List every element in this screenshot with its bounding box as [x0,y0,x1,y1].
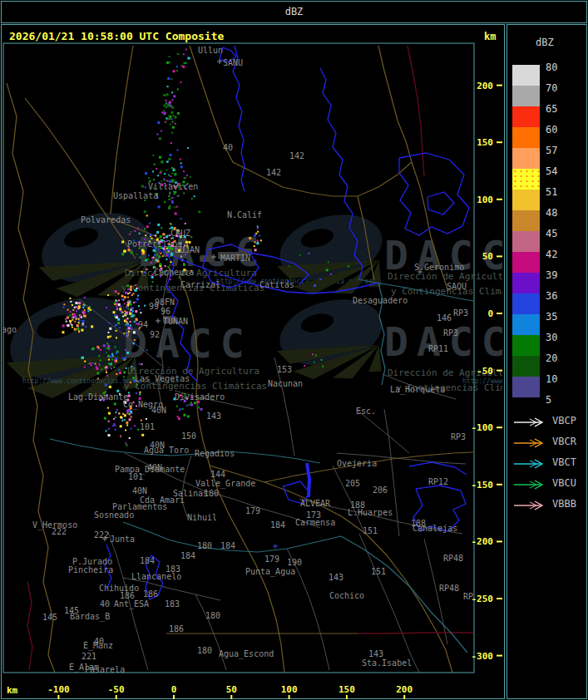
scale-swatch-80 [512,65,540,86]
scale-swatch-35 [512,314,540,335]
scale-label-57: 57 [546,145,557,155]
scale-label-20: 20 [546,353,557,363]
scale-swatch-70 [512,86,540,106]
scale-swatch-42 [512,252,540,273]
scale-label-42: 42 [546,249,557,259]
scale-swatch-65 [512,106,540,127]
vector-arrow-icon [512,500,547,511]
scale-label-48: 48 [546,208,557,218]
legend-title: dBZ [536,37,554,48]
scale-label-54: 54 [546,166,557,176]
y-axis-unit-label: km [484,31,496,42]
vector-row-VBCU: VBCU [512,478,547,490]
vector-label: VBBB [552,499,576,510]
vector-label: VBCT [552,457,576,468]
title-bar: dBZ [1,1,587,23]
vector-row-VBCT: VBCT [512,457,547,469]
vector-row-VBCP: VBCP [512,416,547,427]
scale-label-35: 35 [546,312,557,322]
scale-swatch-39 [512,273,540,293]
vector-arrow-icon [512,480,547,490]
vector-row-VBCR: VBCR [512,436,547,448]
scale-label-51: 51 [546,187,557,197]
radar-app-window: dBZ 2026/01/21 10:58:00 UTC Composite km… [0,0,588,700]
legend-panel: dBZ VBCPVBCRVBCTVBCUVBBB 807065605754514… [506,24,587,699]
vector-label: VBCU [552,478,576,489]
scale-swatch-57 [512,148,540,169]
scale-label-30: 30 [546,333,557,343]
scale-label-10: 10 [546,374,557,384]
scale-label-45: 45 [546,229,557,239]
scale-label-65: 65 [546,104,557,114]
map-panel: 2026/01/21 10:58:00 UTC Composite km [1,24,505,699]
scale-swatch-45 [512,231,540,252]
scale-label-70: 70 [546,83,557,93]
scale-label-39: 39 [546,270,557,280]
scale-label-36: 36 [546,291,557,301]
scale-swatch-48 [512,210,540,231]
vector-arrow-icon [512,438,547,449]
scale-swatch-51 [512,190,540,210]
scale-swatch-10 [512,377,540,397]
timestamp-label: 2026/01/21 10:58:00 UTC Composite [9,30,224,42]
scale-label-60: 60 [546,125,557,135]
scale-label-80: 80 [546,62,557,72]
scale-swatch-60 [512,127,540,148]
scale-swatch-36 [512,293,540,314]
scale-label-bottom: 5 [546,395,551,405]
vector-row-VBBB: VBBB [512,499,547,510]
scale-swatch-20 [512,356,540,377]
vector-arrow-icon [512,459,547,470]
vector-label: VBCP [552,416,576,426]
vector-label: VBCR [552,436,576,447]
vector-arrow-icon [512,417,547,428]
window-title: dBZ [2,6,586,17]
color-scale [512,65,540,397]
scale-swatch-30 [512,335,540,356]
scale-swatch-54 [512,169,540,190]
